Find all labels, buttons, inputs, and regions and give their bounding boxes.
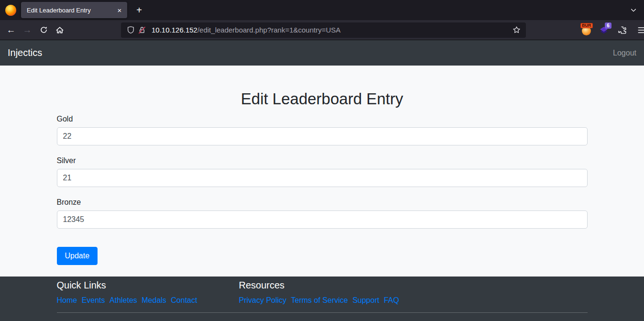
home-button[interactable] xyxy=(52,23,68,37)
navbar-brand[interactable]: Injectics xyxy=(8,47,42,58)
logout-link[interactable]: Logout xyxy=(613,49,636,57)
footer-link-athletes[interactable]: Athletes xyxy=(109,296,137,304)
list-all-tabs-chevron-icon[interactable] xyxy=(627,3,640,17)
tab-strip: Edit Leaderboard Entry × + xyxy=(0,0,644,20)
resource-links: Privacy Policy Terms of Service Support … xyxy=(239,296,588,305)
footer-link-terms-of-service[interactable]: Terms of Service xyxy=(291,296,348,304)
url-host: 10.10.126.152 xyxy=(152,26,197,34)
main-content: Edit Leaderboard Entry Gold Silver Bronz… xyxy=(0,66,644,277)
quick-links: Home Events Athletes Medals Contact xyxy=(57,296,239,305)
update-button[interactable]: Update xyxy=(57,247,98,265)
extensions-puzzle-icon[interactable] xyxy=(614,23,630,37)
quick-links-heading: Quick Links xyxy=(57,279,239,291)
page-title: Edit Leaderboard Entry xyxy=(57,89,588,109)
silver-label: Silver xyxy=(57,156,588,165)
url-path: /edit_leaderboard.php?rank=1&country=USA xyxy=(197,26,340,34)
proxy-extension-button[interactable]: BUR xyxy=(580,24,592,36)
bronze-input[interactable] xyxy=(57,210,588,229)
silver-form-group: Silver xyxy=(57,156,588,187)
new-tab-button[interactable]: + xyxy=(132,3,146,17)
back-button[interactable]: ← xyxy=(3,23,19,37)
edit-leaderboard-form: Gold Silver Bronze Update xyxy=(57,114,588,265)
page-viewport: Injectics Logout Edit Leaderboard Entry … xyxy=(0,40,644,321)
browser-toolbar: ← → xyxy=(0,20,644,40)
tab-close-icon[interactable]: × xyxy=(115,5,124,15)
gold-label: Gold xyxy=(57,114,588,123)
gold-input[interactable] xyxy=(57,127,588,145)
insecure-connection-lock-icon[interactable] xyxy=(136,24,148,36)
bookmark-star-icon[interactable] xyxy=(511,24,522,36)
url-bar[interactable]: 10.10.126.152/edit_leaderboard.php?rank=… xyxy=(121,22,526,38)
footer-link-events[interactable]: Events xyxy=(82,296,105,304)
footer-link-support[interactable]: Support xyxy=(352,296,379,304)
bronze-label: Bronze xyxy=(57,198,588,207)
footer-link-home[interactable]: Home xyxy=(57,296,77,304)
footer-link-privacy-policy[interactable]: Privacy Policy xyxy=(239,296,287,304)
browser-window: Edit Leaderboard Entry × + ← → xyxy=(0,0,644,321)
footer-quick-links-column: Quick Links Home Events Athletes Medals … xyxy=(57,279,239,305)
url-text: 10.10.126.152/edit_leaderboard.php?rank=… xyxy=(152,26,511,34)
resources-heading: Resources xyxy=(239,279,588,291)
silver-input[interactable] xyxy=(57,169,588,187)
footer-resources-column: Resources Privacy Policy Terms of Servic… xyxy=(239,279,588,305)
menu-hamburger-icon[interactable] xyxy=(633,23,644,37)
gold-form-group: Gold xyxy=(57,114,588,145)
browser-tab[interactable]: Edit Leaderboard Entry × xyxy=(21,2,127,18)
bronze-form-group: Bronze xyxy=(57,198,588,229)
footer-link-faq[interactable]: FAQ xyxy=(384,296,399,304)
footer-divider xyxy=(57,312,588,313)
firefox-logo-icon xyxy=(5,5,16,16)
extension-badge-count: 6 xyxy=(605,22,611,29)
footer: Quick Links Home Events Athletes Medals … xyxy=(0,277,644,321)
layers-extension-button[interactable]: 6 xyxy=(598,24,610,36)
forward-button[interactable]: → xyxy=(19,23,35,37)
navbar: Injectics Logout xyxy=(0,40,644,66)
footer-link-contact[interactable]: Contact xyxy=(171,296,197,304)
footer-link-medals[interactable]: Medals xyxy=(142,296,166,304)
tracking-protection-shield-icon[interactable] xyxy=(125,24,136,36)
tab-title: Edit Leaderboard Entry xyxy=(27,7,115,14)
firefox-view-button[interactable] xyxy=(3,2,18,18)
reload-button[interactable] xyxy=(35,23,52,37)
proxy-extension-label: BUR xyxy=(580,23,593,28)
